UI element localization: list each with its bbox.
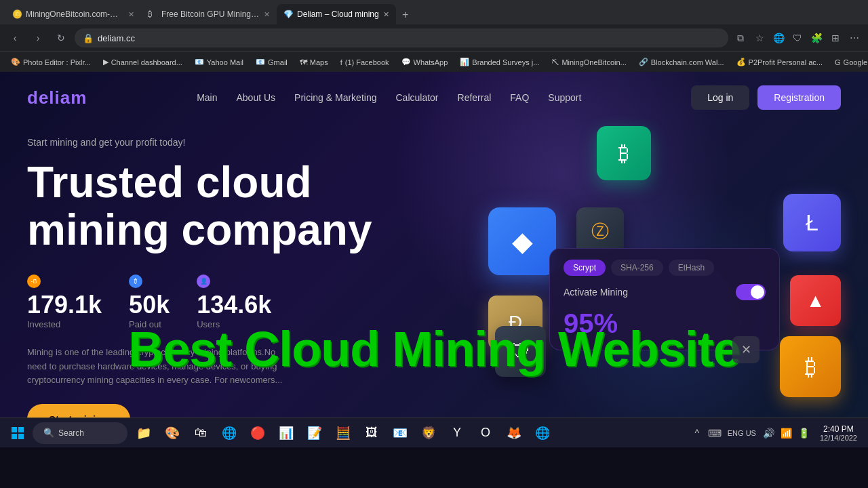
close-overlay-button[interactable]: ✕: [732, 336, 760, 363]
show-hidden-icon[interactable]: ^: [690, 426, 705, 441]
bookmark-whatsapp-icon: 💬: [401, 58, 411, 66]
bookmark-p2profit[interactable]: 💰 P2Profit Personal ac...: [731, 56, 828, 68]
search-icon: 🔍: [43, 428, 54, 438]
bookmark-maps[interactable]: 🗺 Maps: [294, 57, 334, 68]
back-button[interactable]: ‹: [5, 28, 24, 47]
bookmark-facebook[interactable]: f (1) Facebook: [335, 57, 395, 68]
stat-paidout-icon: ₿: [129, 274, 142, 288]
bookmark-channel-icon: ▶: [103, 58, 108, 66]
nav-referral[interactable]: Referral: [458, 92, 492, 103]
bookmark-mining-icon: ⛏: [551, 58, 559, 66]
bookmark-blockchain[interactable]: 🔗 Blockchain.com Wal...: [633, 56, 730, 68]
bookmark-channel[interactable]: ▶ Channel dashboard...: [98, 56, 188, 68]
bookmark-yahoo-icon: 📧: [195, 58, 204, 66]
btc-top-icon: ₿: [618, 141, 629, 166]
bookmark-gmail[interactable]: 📧 Gmail: [250, 56, 293, 68]
trx-card: ▲: [790, 275, 841, 326]
bookmark-mining[interactable]: ⛏ MiningOneBitcoin...: [546, 57, 631, 68]
taskbar-paint[interactable]: 🎨: [159, 421, 186, 445]
tab2-close[interactable]: ✕: [264, 10, 270, 19]
taskbar-file-explorer[interactable]: 📁: [130, 421, 157, 445]
star-icon[interactable]: ☆: [751, 30, 768, 46]
lock-icon: 🔒: [83, 33, 94, 43]
bookmark-mining-label: MiningOneBitcoin...: [561, 58, 626, 66]
puzzle-icon[interactable]: 🧩: [808, 30, 825, 46]
site-logo[interactable]: deliam: [27, 87, 87, 108]
ltc-card: Ł: [783, 194, 841, 251]
taskbar-edge[interactable]: 🌐: [216, 421, 243, 445]
toggle-knob: [751, 285, 764, 299]
svg-rect-3: [18, 434, 24, 439]
panel-tab-ethhash[interactable]: EtHash: [669, 260, 714, 276]
nav-pricing[interactable]: Pricing & Marketing: [294, 92, 376, 103]
speaker-icon[interactable]: 🔊: [762, 426, 776, 441]
browser-tab-1[interactable]: 🪙 MiningOneBitcoin.com-Mining... ✕: [5, 4, 141, 24]
panel-tab-scrypt[interactable]: Scrypt: [564, 260, 606, 276]
edgelogo-icon[interactable]: 🌐: [770, 30, 787, 46]
start-mining-button[interactable]: Start mining: [27, 404, 130, 418]
browser-tabs: 🪙 MiningOneBitcoin.com-Mining... ✕ ₿ Fre…: [0, 0, 868, 24]
system-clock[interactable]: 2:40 PM 12/14/2022: [814, 424, 863, 442]
taskbar-mail[interactable]: 📧: [387, 421, 414, 445]
bookmark-whatsapp[interactable]: 💬 WhatsApp: [396, 56, 454, 68]
panel-tab-sha256[interactable]: SHA-256: [611, 260, 663, 276]
bookmark-pixlr-icon: 🎨: [11, 58, 20, 66]
language-indicator[interactable]: ENG US: [725, 429, 759, 437]
bookmark-yahoo[interactable]: 📧 Yahoo Mail: [189, 56, 249, 68]
register-button[interactable]: Registration: [757, 85, 841, 110]
nav-main[interactable]: Main: [197, 92, 217, 103]
extensions-icon[interactable]: ⧉: [732, 30, 749, 46]
bookmark-p2profit-icon: 💰: [736, 58, 746, 66]
grid-icon[interactable]: ⊞: [827, 30, 844, 46]
taskbar-opera[interactable]: O: [472, 421, 499, 445]
adblock-icon[interactable]: 🛡: [789, 30, 806, 46]
taskbar-brave[interactable]: 🦁: [415, 421, 442, 445]
bookmark-pixlr[interactable]: 🎨 Photo Editor : Pixlr...: [5, 56, 96, 68]
bookmark-facebook-icon: f: [340, 58, 342, 66]
browser-tab-3[interactable]: 💎 Deliam – Cloud mining ✕: [277, 4, 396, 24]
bookmark-surveys[interactable]: 📊 Branded Surveys j...: [454, 56, 545, 68]
tab3-close[interactable]: ✕: [383, 10, 389, 19]
refresh-button[interactable]: ↻: [52, 28, 71, 47]
browser-tab-2[interactable]: ₿ Free Bitcoin GPU Mining, Cloud... ✕: [141, 4, 277, 24]
taskbar-photos[interactable]: 🖼: [358, 421, 385, 445]
svg-rect-2: [12, 434, 17, 439]
start-button[interactable]: [5, 421, 30, 445]
taskbar-store[interactable]: 🛍: [187, 421, 214, 445]
bookmark-blockchain-icon: 🔗: [639, 58, 648, 66]
panel-activate-label: Activate Mining: [564, 287, 628, 298]
panel-tabs: Scrypt SHA-256 EtHash: [564, 260, 766, 276]
taskbar-search[interactable]: 🔍 Search: [33, 422, 127, 444]
taskbar-chrome[interactable]: 🔴: [244, 421, 271, 445]
stat-users-icon: 👤: [197, 274, 210, 288]
url-text: deliam.cc: [98, 33, 720, 43]
taskbar-app-extra[interactable]: 🌐: [529, 421, 556, 445]
activate-mining-toggle[interactable]: [736, 284, 766, 300]
taskbar-firefox[interactable]: 🦊: [500, 421, 528, 445]
taskbar-excel[interactable]: 📊: [273, 421, 300, 445]
clock-date: 12/14/2022: [820, 434, 857, 442]
tab3-label: Deliam – Cloud mining: [297, 9, 379, 19]
nav-calculator[interactable]: Calculator: [395, 92, 438, 103]
forward-button[interactable]: ›: [28, 28, 47, 47]
battery-icon[interactable]: 🔋: [797, 426, 812, 441]
nav-faq[interactable]: FAQ: [510, 92, 529, 103]
login-button[interactable]: Log in: [691, 85, 749, 110]
taskbar-calc[interactable]: 🧮: [330, 421, 357, 445]
bookmark-adsense[interactable]: G Google AdSense: [829, 57, 868, 68]
address-bar[interactable]: 🔒 deliam.cc: [75, 28, 728, 47]
bookmark-surveys-icon: 📊: [460, 58, 469, 66]
taskbar-yandex[interactable]: Y: [443, 421, 471, 445]
nav-actions: Log in Registration: [691, 85, 841, 110]
logo-text: deliam: [27, 87, 87, 108]
network-icon[interactable]: 📶: [779, 426, 794, 441]
tab1-close[interactable]: ✕: [128, 10, 134, 19]
menu-icon[interactable]: ⋯: [846, 30, 863, 46]
nav-support[interactable]: Support: [548, 92, 581, 103]
nav-about[interactable]: About Us: [237, 92, 276, 103]
tab2-label: Free Bitcoin GPU Mining, Cloud...: [161, 9, 260, 19]
keyboard-icon[interactable]: ⌨: [707, 426, 722, 441]
browser-frame: 🪙 MiningOneBitcoin.com-Mining... ✕ ₿ Fre…: [0, 0, 868, 72]
new-tab-button[interactable]: +: [396, 5, 415, 24]
taskbar-word[interactable]: 📝: [301, 421, 328, 445]
